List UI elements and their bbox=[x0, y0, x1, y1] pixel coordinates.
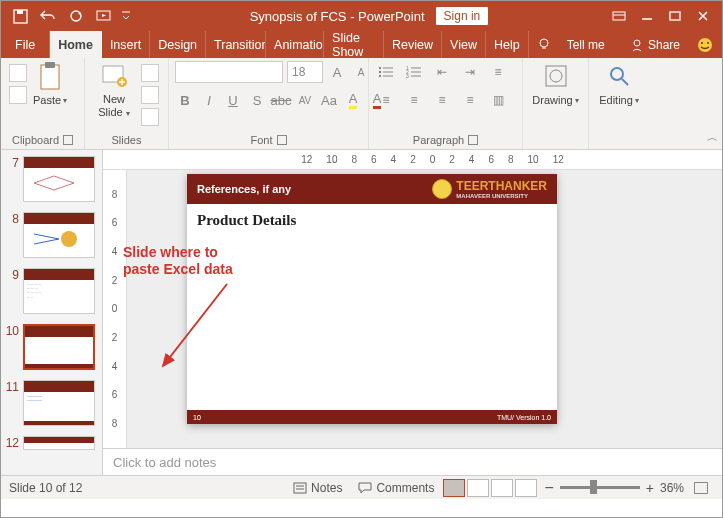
increase-indent-icon[interactable]: ⇥ bbox=[459, 62, 481, 82]
tab-view[interactable]: View bbox=[442, 31, 486, 58]
decrease-indent-icon[interactable]: ⇤ bbox=[431, 62, 453, 82]
svg-point-23 bbox=[379, 71, 381, 73]
columns-icon[interactable]: ▥ bbox=[487, 90, 509, 110]
tab-help[interactable]: Help bbox=[486, 31, 529, 58]
dialog-launcher-icon[interactable] bbox=[277, 135, 287, 145]
tab-insert[interactable]: Insert bbox=[102, 31, 150, 58]
status-slide-count: Slide 10 of 12 bbox=[9, 481, 82, 495]
close-icon[interactable] bbox=[690, 3, 716, 29]
maximize-icon[interactable] bbox=[662, 3, 688, 29]
dialog-launcher-icon[interactable] bbox=[468, 135, 478, 145]
tab-design[interactable]: Design bbox=[150, 31, 206, 58]
thumbnail-9[interactable]: 9— — — —— — —— — — —— — bbox=[5, 268, 98, 314]
slide-canvas[interactable]: Slide where topaste Excel data Reference… bbox=[127, 170, 722, 448]
svg-point-12 bbox=[698, 38, 712, 52]
comments-toggle[interactable]: Comments bbox=[350, 481, 442, 495]
start-slideshow-icon[interactable] bbox=[91, 3, 117, 29]
tab-slideshow[interactable]: Slide Show bbox=[324, 31, 384, 58]
case-button[interactable]: Aa bbox=[319, 90, 339, 110]
drawing-button[interactable]: Drawing▾ bbox=[533, 60, 579, 106]
increase-font-icon[interactable]: A bbox=[327, 62, 347, 82]
svg-point-11 bbox=[634, 40, 640, 46]
tab-review[interactable]: Review bbox=[384, 31, 442, 58]
tab-animations[interactable]: Animations bbox=[266, 31, 324, 58]
tab-transitions[interactable]: Transitions bbox=[206, 31, 266, 58]
svg-rect-39 bbox=[294, 483, 306, 493]
qat-more-icon[interactable] bbox=[119, 3, 133, 29]
svg-line-38 bbox=[163, 284, 227, 366]
new-slide-button[interactable]: NewSlide ▾ bbox=[91, 60, 137, 118]
thumbnail-10[interactable]: 10 bbox=[5, 324, 98, 370]
zoom-out-button[interactable]: − bbox=[544, 479, 553, 497]
minimize-icon[interactable] bbox=[634, 3, 660, 29]
slide-heading[interactable]: Product Details bbox=[187, 204, 557, 237]
zoom-in-button[interactable]: + bbox=[646, 480, 654, 496]
svg-point-13 bbox=[701, 42, 703, 44]
highlight-button[interactable]: A bbox=[343, 90, 363, 110]
bold-button[interactable]: B bbox=[175, 90, 195, 110]
tab-file[interactable]: File bbox=[1, 31, 50, 58]
bullets-icon[interactable] bbox=[375, 62, 397, 82]
section-icon[interactable] bbox=[141, 108, 159, 126]
group-slides: Slides bbox=[112, 134, 142, 146]
ribbon-display-icon[interactable] bbox=[606, 3, 632, 29]
font-family-selector[interactable] bbox=[175, 61, 283, 83]
tell-me[interactable]: Tell me bbox=[559, 31, 613, 58]
editing-button[interactable]: Editing▾ bbox=[596, 60, 642, 106]
undo-icon[interactable] bbox=[35, 3, 61, 29]
layout-icon[interactable] bbox=[141, 64, 159, 82]
feedback-icon[interactable] bbox=[688, 31, 722, 58]
thumbnail-7[interactable]: 7 bbox=[5, 156, 98, 202]
strike-button[interactable]: abc bbox=[271, 90, 291, 110]
group-paragraph: Paragraph bbox=[413, 134, 464, 146]
underline-button[interactable]: U bbox=[223, 90, 243, 110]
paste-button[interactable]: Paste▾ bbox=[27, 60, 73, 106]
group-font: Font bbox=[250, 134, 272, 146]
cut-icon[interactable] bbox=[9, 64, 27, 82]
svg-text:3: 3 bbox=[406, 73, 409, 78]
thumbnail-11[interactable]: 11—————————— bbox=[5, 380, 98, 426]
normal-view-icon[interactable] bbox=[443, 479, 465, 497]
shadow-button[interactable]: S bbox=[247, 90, 267, 110]
spacing-button[interactable]: AV bbox=[295, 90, 315, 110]
share-button[interactable]: Share bbox=[622, 31, 688, 58]
sign-in-button[interactable]: Sign in bbox=[435, 6, 490, 26]
dialog-launcher-icon[interactable] bbox=[63, 135, 73, 145]
svg-rect-1 bbox=[17, 10, 23, 14]
tab-home[interactable]: Home bbox=[50, 31, 102, 58]
reset-icon[interactable] bbox=[141, 86, 159, 104]
redo-icon[interactable] bbox=[63, 3, 89, 29]
reading-view-icon[interactable] bbox=[491, 479, 513, 497]
sorter-view-icon[interactable] bbox=[467, 479, 489, 497]
slideshow-view-icon[interactable] bbox=[515, 479, 537, 497]
align-left-icon[interactable]: ≡ bbox=[375, 90, 397, 110]
svg-point-37 bbox=[61, 231, 77, 247]
svg-rect-5 bbox=[613, 12, 625, 20]
thumbnail-12[interactable]: 12 bbox=[5, 436, 98, 450]
current-slide[interactable]: References, if any TEERTHANKERMAHAVEER U… bbox=[187, 174, 557, 424]
justify-icon[interactable]: ≡ bbox=[459, 90, 481, 110]
svg-point-14 bbox=[707, 42, 709, 44]
document-title: Synopsis of FCS - PowerPoint bbox=[250, 9, 425, 24]
numbering-icon[interactable]: 123 bbox=[403, 62, 425, 82]
save-icon[interactable] bbox=[7, 3, 33, 29]
slide-thumbnails[interactable]: 7 8 9— — — —— — —— — — —— — 10 11———————… bbox=[1, 150, 103, 475]
copy-icon[interactable] bbox=[9, 86, 27, 104]
notes-pane[interactable]: Click to add notes bbox=[103, 448, 722, 475]
align-center-icon[interactable]: ≡ bbox=[403, 90, 425, 110]
zoom-level[interactable]: 36% bbox=[660, 481, 684, 495]
horizontal-ruler: 12108642024681012 bbox=[103, 150, 722, 170]
fit-window-icon[interactable] bbox=[694, 482, 708, 494]
zoom-slider[interactable] bbox=[560, 486, 640, 489]
decrease-font-icon[interactable]: A bbox=[351, 62, 371, 82]
svg-point-35 bbox=[611, 68, 623, 80]
thumbnail-8[interactable]: 8 bbox=[5, 212, 98, 258]
italic-button[interactable]: I bbox=[199, 90, 219, 110]
notes-toggle[interactable]: Notes bbox=[285, 481, 350, 495]
svg-rect-8 bbox=[670, 12, 680, 20]
line-spacing-icon[interactable]: ≡ bbox=[487, 62, 509, 82]
font-size-selector[interactable]: 18 bbox=[287, 61, 323, 83]
collapse-ribbon-icon[interactable]: ︿ bbox=[707, 130, 718, 145]
align-right-icon[interactable]: ≡ bbox=[431, 90, 453, 110]
lightbulb-icon[interactable] bbox=[529, 31, 559, 58]
